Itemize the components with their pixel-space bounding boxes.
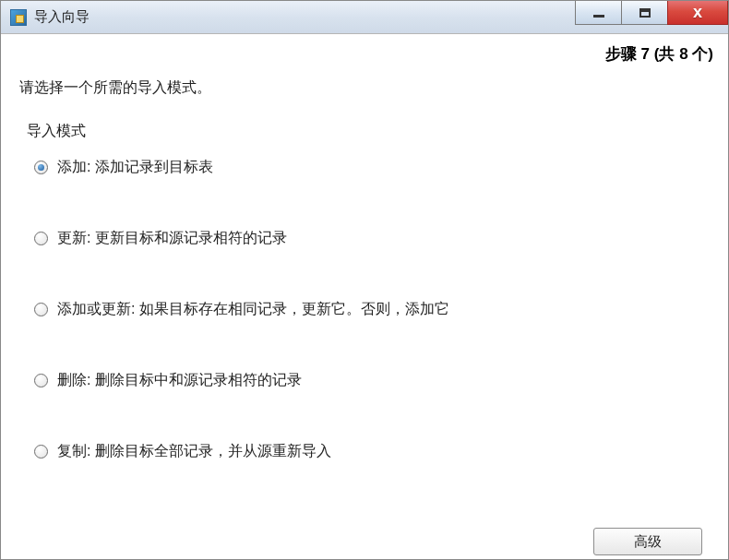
window-title: 导入向导 [34, 8, 90, 26]
radio-label: 复制: 删除目标全部记录，并从源重新导入 [57, 442, 331, 461]
radio-option-add-or-update[interactable]: 添加或更新: 如果目标存在相同记录，更新它。否则，添加它 [34, 300, 728, 319]
minimize-icon [593, 15, 604, 18]
minimize-button[interactable] [575, 1, 621, 25]
radio-option-copy[interactable]: 复制: 删除目标全部记录，并从源重新导入 [34, 442, 728, 461]
wizard-window: 导入向导 x 步骤 7 (共 8 个) 请选择一个所需的导入模式。 导入模式 添… [0, 0, 729, 560]
radio-option-update[interactable]: 更新: 更新目标和源记录相符的记录 [34, 229, 728, 248]
close-button[interactable]: x [667, 1, 728, 25]
radio-icon [34, 303, 48, 316]
radio-option-add[interactable]: 添加: 添加记录到目标表 [34, 158, 728, 177]
radio-label: 更新: 更新目标和源记录相符的记录 [57, 229, 287, 248]
group-label: 导入模式 [1, 98, 728, 141]
app-icon [10, 9, 27, 26]
radio-icon [34, 161, 48, 174]
radio-label: 添加: 添加记录到目标表 [57, 158, 213, 177]
radio-icon [34, 374, 48, 387]
radio-option-delete[interactable]: 删除: 删除目标中和源记录相符的记录 [34, 371, 728, 390]
content-area: 步骤 7 (共 8 个) 请选择一个所需的导入模式。 导入模式 添加: 添加记录… [1, 34, 728, 559]
titlebar[interactable]: 导入向导 x [1, 1, 728, 34]
step-indicator: 步骤 7 (共 8 个) [605, 43, 713, 65]
maximize-button[interactable] [621, 1, 667, 25]
radio-label: 删除: 删除目标中和源记录相符的记录 [57, 371, 302, 390]
radio-label: 添加或更新: 如果目标存在相同记录，更新它。否则，添加它 [57, 300, 449, 319]
radio-dot-icon [38, 164, 44, 171]
import-mode-radio-group: 添加: 添加记录到目标表 更新: 更新目标和源记录相符的记录 添加或更新: 如果… [1, 141, 728, 461]
maximize-icon [639, 8, 651, 18]
close-icon: x [693, 3, 702, 22]
advanced-button[interactable]: 高级 [593, 528, 702, 555]
window-controls: x [575, 1, 728, 25]
footer: 高级 [593, 528, 702, 555]
radio-icon [34, 232, 48, 245]
radio-icon [34, 445, 48, 459]
